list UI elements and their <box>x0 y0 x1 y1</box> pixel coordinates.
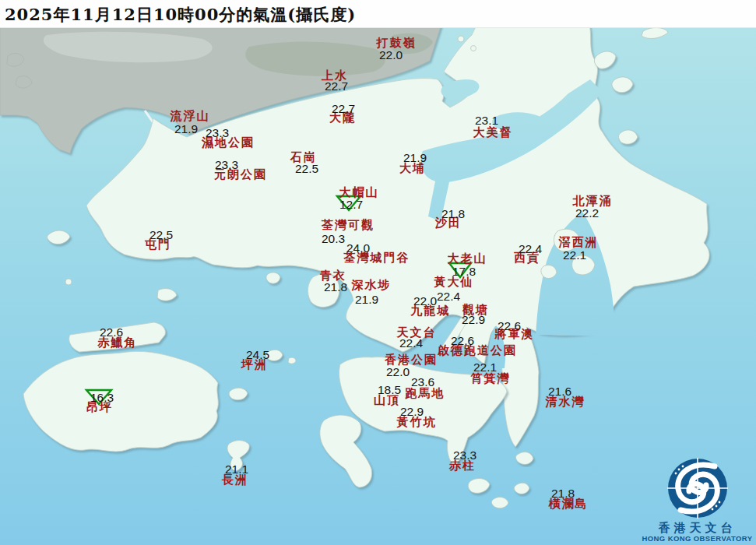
station-name: 荃灣可觀 <box>322 220 374 231</box>
station-name: 深水埗 <box>352 280 392 291</box>
station-name: 北潭涌 <box>573 195 613 207</box>
station-temperature-value: 22.7 <box>332 103 355 115</box>
station-name: 大帽山 <box>339 187 379 199</box>
station-temperature-value: 20.3 <box>322 233 345 245</box>
station-name: 啟德跑道公園 <box>438 345 517 357</box>
station-temperature-value: 22.7 <box>325 80 348 93</box>
station-temperature-value: 16.3 <box>90 392 114 404</box>
station-temperature-value: 22.6 <box>100 326 123 339</box>
station-name: 滘西洲 <box>559 237 599 248</box>
station-temperature-value: 22.0 <box>386 366 410 378</box>
station-temperature-value: 22.0 <box>379 49 403 62</box>
station-temperature-value: 22.4 <box>437 290 460 303</box>
station-temperature-value: 21.1 <box>225 463 248 476</box>
station-name: 香港公園 <box>385 354 438 366</box>
station-temperature-value: 23.3 <box>206 127 229 139</box>
station-temperature-value: 22.9 <box>462 314 485 326</box>
station-temperature-value: 23.3 <box>453 449 476 462</box>
station-temperature-value: 12.7 <box>339 199 363 211</box>
station-temperature-value: 22.4 <box>399 337 423 350</box>
station-name: 黃大仙 <box>434 276 474 288</box>
station-temperature-value: 23.3 <box>215 159 238 171</box>
station-temperature-value: 21.9 <box>355 294 378 306</box>
station-temperature-value: 22.6 <box>451 335 474 347</box>
station-name: 大老山 <box>448 253 487 265</box>
station-temperature-value: 18.5 <box>378 384 401 396</box>
station-temperature-value: 24.0 <box>346 242 370 255</box>
station-name: 筲箕灣 <box>471 373 511 385</box>
station-temperature-value: 21.9 <box>174 123 198 135</box>
station-temperature-value: 21.8 <box>324 281 347 294</box>
station-temperature-value: 22.2 <box>575 207 599 220</box>
station-temperature-value: 24.5 <box>246 349 269 361</box>
hko-logo: 香港天文台 HONG KONG OBSERVATORY <box>638 454 756 543</box>
station-temperature-value: 21.6 <box>548 385 571 398</box>
station-temperature-value: 21.8 <box>551 487 575 500</box>
temperature-map-screen: 打鼓嶺22.0上水22.7大隴22.7流浮山21.9濕地公園23.3元朗公園23… <box>0 0 756 545</box>
station-temperature-value: 21.8 <box>441 208 465 220</box>
station-temperature-value: 22.1 <box>563 249 586 262</box>
station-temperature-value: 22.9 <box>400 406 424 418</box>
station-temperature-value: 22.4 <box>519 243 542 255</box>
station-name: 流浮山 <box>171 111 210 122</box>
map-title: 2025年11月12日10時00分的氣溫(攝氏度) <box>5 4 356 26</box>
station-temperature-value: 22.5 <box>149 229 173 241</box>
station-temperature-value: 21.9 <box>403 152 427 164</box>
station-name: 跑馬地 <box>406 388 445 399</box>
title-bar: 2025年11月12日10時00分的氣溫(攝氏度) <box>0 0 756 28</box>
station-temperature-value: 23.6 <box>411 376 434 389</box>
station-name: 青衣 <box>320 270 346 282</box>
station-temperature-value: 22.0 <box>413 295 437 308</box>
station-name: 打鼓嶺 <box>377 37 417 49</box>
station-name: 大美督 <box>473 127 513 139</box>
station-temperature-value: 22.5 <box>295 163 318 175</box>
hko-logo-english-name: HONG KONG OBSERVATORY <box>638 534 756 543</box>
station-temperature-value: 22.1 <box>473 361 497 374</box>
station-temperature-value: 22.6 <box>498 320 521 332</box>
station-name: 石崗 <box>290 152 317 164</box>
station-temperature-value: 23.1 <box>475 114 498 127</box>
